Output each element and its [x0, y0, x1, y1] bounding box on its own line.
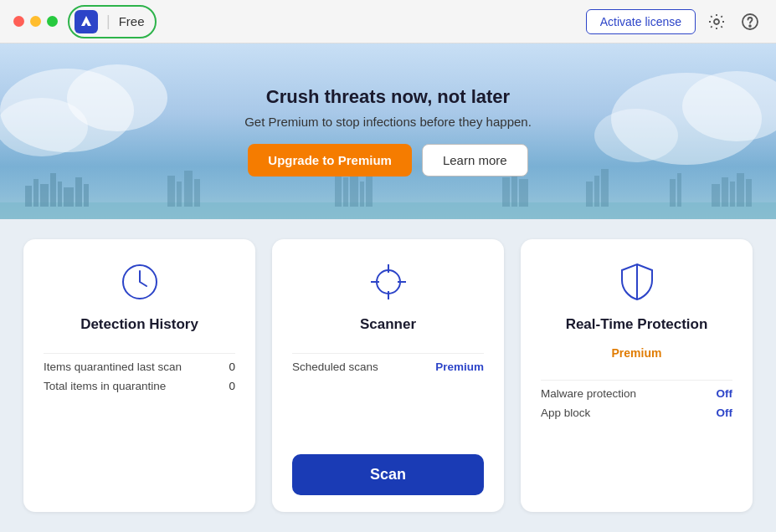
svg-rect-23: [519, 179, 528, 207]
brand-logo: [75, 10, 98, 33]
svg-point-38: [594, 109, 678, 162]
svg-rect-15: [194, 179, 200, 207]
upgrade-button[interactable]: Upgrade to Premium: [248, 144, 412, 176]
scanner-title: Scanner: [292, 316, 484, 333]
svg-rect-25: [594, 176, 599, 207]
svg-point-34: [0, 69, 134, 152]
svg-rect-12: [167, 176, 175, 207]
scheduled-scans-value: Premium: [435, 361, 484, 373]
svg-rect-8: [58, 182, 62, 207]
divider: [541, 380, 732, 381]
quarantine-last-scan-label: Items quarantined last scan: [44, 361, 182, 373]
detection-title: Detection History: [44, 316, 235, 333]
svg-rect-24: [586, 182, 593, 207]
protection-rows: Malware protection Off App block Off: [541, 387, 732, 495]
hero-content: Crush threats now, not later Get Premium…: [244, 86, 532, 176]
title-bar-actions: Activate license: [586, 9, 763, 34]
svg-point-35: [67, 64, 167, 131]
svg-point-36: [611, 73, 762, 165]
question-icon: [741, 13, 759, 31]
svg-rect-20: [366, 176, 373, 207]
svg-rect-7: [50, 173, 56, 207]
table-row: Scheduled scans Premium: [292, 361, 484, 373]
title-bar: | Free Activate license: [0, 0, 776, 43]
svg-point-39: [0, 98, 88, 156]
shield-icon: [614, 259, 660, 304]
svg-point-2: [749, 25, 751, 27]
svg-point-37: [682, 71, 776, 141]
brand-tier: Free: [119, 14, 145, 28]
malware-protection-label: Malware protection: [541, 387, 636, 400]
svg-rect-19: [360, 182, 364, 207]
table-row: Items quarantined last scan 0: [44, 361, 235, 373]
maximize-button[interactable]: [47, 16, 58, 27]
hero-banner: Crush threats now, not later Get Premium…: [0, 43, 776, 219]
divider: [292, 353, 484, 354]
protection-subtitle: Premium: [541, 346, 732, 360]
svg-rect-33: [746, 179, 752, 207]
protection-card: Real-Time Protection Premium Malware pro…: [521, 239, 753, 512]
detection-icon: [44, 259, 235, 304]
app-block-value: Off: [717, 407, 733, 419]
table-row: Total items in quarantine 0: [44, 380, 235, 392]
brand-separator: |: [106, 13, 110, 30]
scheduled-scans-label: Scheduled scans: [292, 361, 378, 373]
hero-buttons: Upgrade to Premium Learn more: [244, 144, 532, 176]
svg-rect-10: [75, 177, 82, 207]
svg-rect-32: [737, 173, 744, 207]
total-quarantine-label: Total items in quarantine: [44, 380, 166, 392]
svg-rect-14: [184, 171, 193, 207]
hero-subtitle: Get Premium to stop infections before th…: [244, 115, 532, 129]
cards-section: Detection History Items quarantined last…: [0, 219, 776, 532]
settings-button[interactable]: [704, 9, 729, 34]
svg-rect-29: [712, 184, 720, 207]
svg-rect-21: [502, 177, 510, 207]
table-row: App block Off: [541, 407, 732, 419]
quarantine-last-scan-value: 0: [229, 361, 235, 373]
minimize-button[interactable]: [30, 16, 41, 27]
svg-rect-6: [40, 184, 49, 207]
svg-rect-13: [177, 182, 182, 207]
svg-rect-11: [84, 184, 89, 207]
gear-icon: [707, 13, 726, 31]
svg-rect-17: [343, 177, 348, 207]
app-block-label: App block: [541, 407, 590, 419]
detection-rows: Items quarantined last scan 0 Total item…: [44, 361, 235, 495]
total-quarantine-value: 0: [229, 380, 235, 392]
learn-more-button[interactable]: Learn more: [422, 144, 528, 176]
svg-rect-18: [350, 173, 358, 207]
scanner-icon: [292, 259, 484, 304]
svg-point-0: [714, 19, 719, 24]
table-row: Malware protection Off: [541, 387, 732, 400]
scan-button[interactable]: Scan: [292, 454, 484, 495]
svg-point-41: [377, 270, 400, 294]
activate-license-button[interactable]: Activate license: [586, 9, 696, 34]
svg-rect-31: [730, 182, 735, 207]
scanner-card: Scanner Scheduled scans Premium Scan: [272, 239, 504, 512]
traffic-lights: [13, 16, 58, 27]
svg-rect-5: [33, 179, 39, 207]
hero-title: Crush threats now, not later: [244, 86, 532, 108]
svg-rect-30: [722, 177, 728, 207]
scanner-rows: Scheduled scans Premium: [292, 361, 484, 444]
svg-rect-4: [25, 186, 32, 207]
protection-icon: [541, 259, 732, 304]
help-button[interactable]: [737, 9, 763, 34]
crosshair-icon: [366, 259, 411, 304]
protection-title: Real-Time Protection: [541, 316, 732, 333]
clock-icon: [117, 259, 162, 304]
close-button[interactable]: [13, 16, 24, 27]
svg-rect-27: [670, 179, 676, 207]
brand-area: | Free: [68, 5, 157, 38]
svg-rect-28: [677, 173, 681, 207]
malware-protection-value: Off: [717, 387, 733, 400]
divider: [44, 353, 235, 354]
svg-rect-26: [601, 169, 609, 207]
svg-rect-3: [0, 202, 776, 219]
detection-history-card: Detection History Items quarantined last…: [23, 239, 255, 512]
svg-rect-9: [64, 187, 74, 207]
